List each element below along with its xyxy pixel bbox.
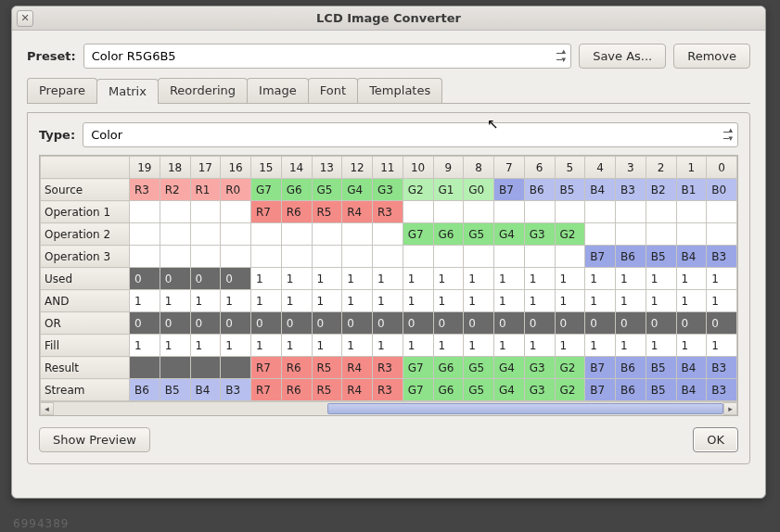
scroll-thumb[interactable]: [327, 403, 723, 414]
bit-cell[interactable]: 0: [312, 312, 342, 335]
type-combo[interactable]: Color ▴▾: [83, 122, 738, 147]
bit-cell[interactable]: [373, 223, 403, 246]
tab-templates[interactable]: Templates: [357, 78, 442, 103]
bit-cell[interactable]: 1: [403, 268, 433, 290]
bit-cell[interactable]: 1: [646, 268, 676, 290]
bit-cell[interactable]: G3: [524, 357, 555, 379]
bit-cell[interactable]: 1: [555, 335, 585, 357]
scroll-right-icon[interactable]: ▸: [723, 402, 737, 415]
bit-cell[interactable]: 1: [251, 290, 282, 312]
bit-cell[interactable]: B6: [524, 179, 555, 201]
show-preview-button[interactable]: Show Preview: [39, 427, 150, 452]
bit-cell[interactable]: [190, 357, 221, 379]
bit-cell[interactable]: 0: [251, 312, 282, 335]
ok-button[interactable]: OK: [693, 427, 738, 452]
bit-cell[interactable]: B4: [676, 357, 707, 379]
bit-cell[interactable]: 1: [221, 335, 251, 357]
bit-cell[interactable]: B7: [585, 357, 616, 379]
bit-cell[interactable]: 1: [221, 290, 251, 312]
bit-cell[interactable]: [130, 223, 160, 246]
bit-cell[interactable]: 1: [342, 335, 373, 357]
bit-cell[interactable]: B5: [646, 379, 676, 401]
bit-cell[interactable]: [646, 223, 676, 246]
bit-cell[interactable]: 0: [160, 312, 190, 335]
bit-cell[interactable]: G7: [251, 179, 282, 201]
bit-cell[interactable]: R5: [312, 379, 342, 401]
bit-cell[interactable]: G5: [464, 379, 494, 401]
bit-cell[interactable]: 1: [433, 290, 464, 312]
bit-cell[interactable]: 0: [373, 312, 403, 335]
bit-cell[interactable]: B4: [676, 379, 707, 401]
bit-cell[interactable]: B7: [585, 379, 616, 401]
bit-cell[interactable]: R5: [312, 201, 342, 223]
bit-cell[interactable]: [221, 246, 251, 268]
bit-cell[interactable]: 0: [221, 312, 251, 335]
bit-cell[interactable]: 1: [707, 268, 737, 290]
bit-cell[interactable]: 0: [281, 312, 312, 335]
bit-cell[interactable]: [221, 201, 251, 223]
bit-cell[interactable]: G1: [433, 179, 464, 201]
bit-cell[interactable]: R6: [281, 201, 312, 223]
tab-image[interactable]: Image: [247, 78, 309, 103]
bit-cell[interactable]: 1: [373, 268, 403, 290]
bit-cell[interactable]: [160, 223, 190, 246]
bit-cell[interactable]: G2: [555, 379, 585, 401]
bit-cell[interactable]: G0: [464, 179, 494, 201]
bit-cell[interactable]: B2: [646, 179, 676, 201]
bit-cell[interactable]: B3: [221, 379, 251, 401]
bit-cell[interactable]: G6: [433, 379, 464, 401]
bit-cell[interactable]: B6: [616, 357, 646, 379]
bit-cell[interactable]: [130, 246, 160, 268]
bit-cell[interactable]: 1: [494, 268, 525, 290]
bit-cell[interactable]: [190, 246, 221, 268]
bit-cell[interactable]: 1: [616, 290, 646, 312]
bit-cell[interactable]: 1: [433, 335, 464, 357]
bit-cell[interactable]: G5: [464, 357, 494, 379]
bit-cell[interactable]: 0: [130, 312, 160, 335]
bit-cell[interactable]: 1: [707, 335, 737, 357]
bit-cell[interactable]: B4: [190, 379, 221, 401]
bit-cell[interactable]: G4: [494, 357, 525, 379]
bit-cell[interactable]: [555, 246, 585, 268]
bit-cell[interactable]: [524, 246, 555, 268]
bit-cell[interactable]: B6: [616, 379, 646, 401]
bit-cell[interactable]: 0: [616, 312, 646, 335]
bit-cell[interactable]: 1: [342, 268, 373, 290]
bit-cell[interactable]: B3: [616, 179, 646, 201]
bit-cell[interactable]: 0: [190, 312, 221, 335]
bit-cell[interactable]: 1: [130, 335, 160, 357]
bit-cell[interactable]: [433, 201, 464, 223]
bit-cell[interactable]: 1: [616, 268, 646, 290]
bit-cell[interactable]: 1: [281, 290, 312, 312]
bit-cell[interactable]: G3: [524, 379, 555, 401]
bit-cell[interactable]: 1: [707, 290, 737, 312]
bit-cell[interactable]: R3: [373, 201, 403, 223]
bit-cell[interactable]: [190, 201, 221, 223]
bit-cell[interactable]: 1: [524, 290, 555, 312]
bit-cell[interactable]: 1: [373, 290, 403, 312]
bit-cell[interactable]: B7: [585, 246, 616, 268]
bit-cell[interactable]: [464, 246, 494, 268]
bit-cell[interactable]: 1: [312, 268, 342, 290]
bit-cell[interactable]: G3: [524, 223, 555, 246]
bit-cell[interactable]: [312, 223, 342, 246]
bit-cell[interactable]: 1: [464, 335, 494, 357]
bit-cell[interactable]: G3: [373, 179, 403, 201]
horizontal-scrollbar[interactable]: ◂ ▸: [40, 401, 737, 415]
bit-cell[interactable]: G7: [403, 379, 433, 401]
bit-cell[interactable]: G6: [281, 179, 312, 201]
bit-cell[interactable]: R7: [251, 379, 282, 401]
bit-cell[interactable]: G2: [555, 357, 585, 379]
bit-cell[interactable]: G4: [342, 179, 373, 201]
bit-cell[interactable]: 0: [646, 312, 676, 335]
bit-cell[interactable]: 1: [464, 290, 494, 312]
bit-cell[interactable]: 0: [676, 312, 707, 335]
bit-cell[interactable]: R3: [373, 357, 403, 379]
bit-cell[interactable]: B5: [160, 379, 190, 401]
bit-cell[interactable]: R4: [342, 379, 373, 401]
bit-cell[interactable]: B5: [646, 357, 676, 379]
bit-cell[interactable]: 1: [190, 290, 221, 312]
bit-cell[interactable]: [130, 201, 160, 223]
bit-cell[interactable]: B5: [555, 179, 585, 201]
bit-cell[interactable]: 1: [312, 335, 342, 357]
